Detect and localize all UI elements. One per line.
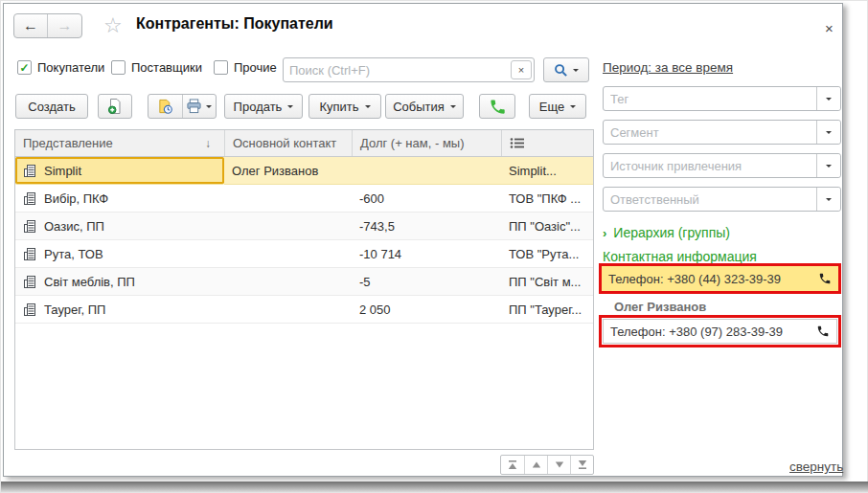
hierarchy-link[interactable]: › Иерархия (группы): [603, 225, 730, 240]
dropdown-button[interactable]: [816, 188, 840, 211]
phone-row-person[interactable]: Телефон: +380 (97) 283-39-39: [599, 315, 841, 347]
call-icon: [489, 98, 507, 116]
table-row[interactable]: Вибір, ПКФ -600 ТОВ "ПКФ ...: [15, 185, 593, 213]
nav-top-button[interactable]: [501, 456, 524, 474]
cell-contact[interactable]: [224, 185, 352, 213]
cell-name[interactable]: Вибір, ПКФ: [15, 185, 224, 213]
cell-name[interactable]: Simplit: [15, 157, 224, 185]
events-label: События: [393, 100, 445, 114]
cell-fullname[interactable]: ТОВ "Рута...: [501, 240, 593, 268]
dropdown-button[interactable]: [816, 154, 840, 177]
source-input[interactable]: [604, 154, 816, 177]
search-box: ×: [283, 57, 535, 82]
counterparty-name: Світ меблів, ПП: [44, 275, 135, 289]
period-link[interactable]: Период: за все время: [603, 60, 733, 75]
cell-contact[interactable]: Олег Ризванов: [224, 157, 352, 185]
column-header-name[interactable]: Представление ↓: [15, 130, 224, 156]
clear-icon[interactable]: ×: [511, 60, 532, 79]
cell-contact[interactable]: [224, 240, 352, 268]
search-input[interactable]: [284, 63, 511, 78]
nav-up-button[interactable]: [524, 456, 547, 474]
cell-contact[interactable]: [224, 268, 352, 296]
building-icon: [23, 247, 37, 261]
call-button[interactable]: [479, 94, 515, 119]
nav-down-button[interactable]: [547, 456, 570, 474]
history-nav: ← →: [13, 13, 82, 38]
column-header-debt[interactable]: Долг (+ нам, - мы): [352, 130, 501, 156]
phone-number: Телефон: +380 (44) 323-39-39: [608, 272, 781, 286]
chevron-down-icon: [570, 105, 576, 111]
table-row[interactable]: Оазис, ПП -743,5 ПП "Оазіс"...: [15, 213, 593, 240]
phone-number: Телефон: +380 (97) 283-39-39: [610, 325, 783, 339]
star-icon[interactable]: ☆: [103, 13, 123, 38]
phone-row-company[interactable]: Телефон: +380 (44) 323-39-39: [599, 263, 841, 294]
sell-button[interactable]: Продать: [224, 94, 303, 119]
chevron-down-icon: [206, 105, 212, 111]
table-row[interactable]: Рута, ТОВ -10 714 ТОВ "Рута...: [15, 240, 593, 268]
app-window: ← → ☆ Контрагенты: Покупатели × ✓ Покупа…: [3, 3, 843, 477]
cell-fullname[interactable]: Simplit...: [501, 157, 593, 185]
checkbox-box: ✓: [17, 60, 32, 75]
create-label: Создать: [28, 100, 75, 114]
cell-name[interactable]: Таурег, ПП: [15, 296, 224, 324]
responsible-input[interactable]: [604, 188, 816, 211]
cell-fullname[interactable]: ПП "Таурег...: [501, 296, 593, 324]
dropdown-button[interactable]: [816, 121, 840, 144]
column-header-fullname[interactable]: [501, 130, 593, 156]
close-icon[interactable]: ×: [825, 20, 834, 36]
cell-fullname[interactable]: ТОВ "ПКФ ...: [501, 185, 593, 213]
dropdown-button[interactable]: [816, 87, 840, 110]
back-button[interactable]: ←: [14, 14, 48, 37]
cell-fullname[interactable]: ПП "Світ м...: [501, 268, 593, 296]
table-row[interactable]: Simplit Олег Ризванов Simplit...: [15, 157, 593, 185]
tag-input[interactable]: [604, 87, 816, 110]
chevron-down-icon: [826, 131, 832, 137]
events-button[interactable]: События: [385, 94, 464, 119]
sort-desc-icon: ↓: [205, 137, 211, 150]
phone-row-inner: Телефон: +380 (97) 283-39-39: [603, 319, 837, 344]
print-button[interactable]: [182, 95, 217, 118]
more-label: Еще: [539, 100, 564, 114]
nav-up-icon: [531, 459, 542, 470]
cell-debt[interactable]: -600: [352, 185, 501, 213]
sell-label: Продать: [234, 100, 283, 114]
segment-input[interactable]: [604, 121, 816, 144]
cell-contact[interactable]: [224, 213, 352, 240]
cell-debt[interactable]: -5: [352, 268, 501, 296]
schedule-button[interactable]: [148, 95, 182, 118]
table-row[interactable]: Світ меблів, ПП -5 ПП "Світ м...: [15, 268, 593, 296]
handset-icon[interactable]: [816, 325, 830, 338]
cell-name[interactable]: Рута, ТОВ: [15, 240, 224, 268]
hierarchy-label: Иерархия (группы): [613, 225, 730, 240]
cell-name[interactable]: Світ меблів, ПП: [15, 268, 224, 296]
contact-info-header: Контактная информация: [603, 249, 757, 264]
nav-bottom-icon: [577, 459, 588, 470]
list-icon: [510, 137, 525, 149]
column-header-contact[interactable]: Основной контакт: [224, 130, 352, 156]
create-button[interactable]: Создать: [15, 94, 88, 119]
chevron-down-icon: [826, 98, 832, 103]
handset-icon[interactable]: [818, 272, 832, 285]
checkbox-buyers[interactable]: ✓ Покупатели: [17, 60, 104, 75]
collapse-link[interactable]: свернуть: [789, 459, 843, 474]
cell-name[interactable]: Оазис, ПП: [15, 213, 224, 240]
buy-button[interactable]: Купить: [308, 94, 381, 119]
cell-contact[interactable]: [224, 296, 352, 324]
forward-button[interactable]: →: [48, 14, 81, 37]
checkbox-others[interactable]: ✓ Прочие: [214, 60, 277, 75]
table-row[interactable]: Таурег, ПП 2 050 ПП "Таурег...: [15, 296, 593, 324]
cell-fullname[interactable]: ПП "Оазіс"...: [501, 213, 593, 240]
checkbox-suppliers[interactable]: ✓ Поставщики: [111, 60, 202, 75]
column-label: Основной контакт: [233, 136, 336, 150]
create-group-button[interactable]: [98, 94, 132, 119]
more-button[interactable]: Еще: [529, 94, 586, 119]
cell-debt[interactable]: 2 050: [352, 296, 501, 324]
search-options-button[interactable]: [543, 57, 589, 82]
chevron-down-icon: [287, 105, 293, 111]
print-icon: [186, 99, 202, 114]
cell-debt[interactable]: -743,5: [352, 213, 501, 240]
nav-bottom-button[interactable]: [570, 456, 593, 474]
cell-debt[interactable]: -10 714: [352, 240, 501, 268]
cell-debt[interactable]: [352, 157, 501, 185]
new-item-icon: [106, 98, 124, 115]
